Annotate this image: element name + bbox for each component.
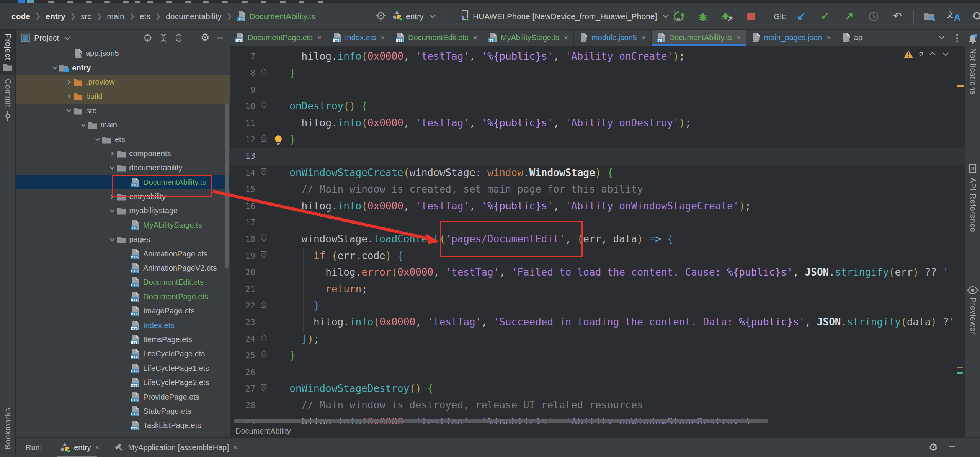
breadcrumb-item[interactable]: src [81,12,91,21]
device-file-browser-button[interactable] [919,8,940,25]
history-clock-button[interactable] [863,8,884,25]
inspection-widget[interactable]: 2 [903,49,949,60]
horizontal-scrollbar[interactable] [234,419,768,423]
fold-marker-icon[interactable] [261,101,267,110]
chevron-down-icon[interactable] [64,35,71,41]
editor-tab-ap[interactable]: {..}ap [836,30,870,46]
tree-item-components[interactable]: components [16,147,230,161]
editor-tab-index-ets[interactable]: ETSIndex.ets× [327,30,390,46]
editor-tab-documentedit-ets[interactable]: ETSDocumentEdit.ets× [390,30,483,46]
push-button[interactable]: ↗ [839,8,860,25]
breadcrumb-item[interactable]: code [11,12,30,21]
tree-item-myabilitystage-ts[interactable]: TSMyAbilityStage.ts [16,218,230,232]
project-tree-scrollbar[interactable] [225,103,229,268]
tree-item-statepage-ets[interactable]: ETSStatePage.ets [16,404,230,418]
rerun-button[interactable] [668,8,689,25]
tool-stripe-bookmarks[interactable]: Bookmarks [0,404,15,453]
code-editor[interactable]: 7 hilog.info(0x0000, 'testTag', '%{publi… [230,46,965,424]
tree-chevron-icon[interactable] [51,65,59,71]
editor-tab-main-pages-json[interactable]: {..}main_pages.json× [746,30,836,46]
tree-item-documentability[interactable]: documentability [16,161,230,175]
tree-chevron-icon[interactable] [79,122,88,128]
collapse-all-button[interactable] [174,33,183,43]
tree-item-main[interactable]: main [16,118,230,132]
tab-close-icon[interactable]: × [473,33,478,43]
fold-marker-icon[interactable] [261,301,267,310]
tree-item-imagepage-ets[interactable]: ETSImagePage.ets [16,304,230,318]
run-tab-myapplication-assemblehap-[interactable]: MyApplication [assembleHap]× [107,438,245,457]
tree-item-tasklistpage-ets[interactable]: ETSTaskListPage.ets [16,418,230,433]
editor-tab-myabilitystage-ts[interactable]: TSMyAbilityStage.ts× [483,30,574,46]
tab-close-icon[interactable]: × [95,442,100,452]
target-icon[interactable] [375,10,387,23]
more-options-icon[interactable]: ⋮ [952,33,962,43]
rollback-button[interactable]: ↶ [887,8,908,25]
tree-chevron-icon[interactable] [108,165,116,171]
translate-button[interactable]: 文A [943,8,964,25]
editor-tab-documentpage-ets[interactable]: ETSDocumentPage.ets× [230,30,327,46]
hide-button[interactable] [216,34,224,42]
tree-item-documentpage-ets[interactable]: ETSDocumentPage.ets [16,290,230,304]
fold-marker-icon[interactable] [261,384,267,393]
fold-marker-icon[interactable] [261,351,267,359]
tree-item-ets[interactable]: ets [16,132,230,146]
breadcrumb-item[interactable]: ets [140,12,150,21]
tree-item-itemspage-ets[interactable]: ETSItemsPage.ets [16,333,230,347]
tab-close-icon[interactable]: × [564,33,568,43]
tree-chevron-icon[interactable] [65,79,73,85]
tab-close-icon[interactable]: × [317,33,322,43]
hidden-tabs-chevron-icon[interactable] [938,34,946,42]
tab-close-icon[interactable]: × [380,33,385,43]
tree-item-lifecyclepage1-ets[interactable]: ETSLifeCyclePage1.ets [16,361,230,375]
tree-chevron-icon[interactable] [65,93,73,100]
hide-icon[interactable] [948,442,956,452]
editor-breadcrumb-item[interactable]: DocumentAbility [235,427,291,436]
update-pull-button[interactable]: ↙ [791,8,812,25]
tree-chevron-icon[interactable] [108,237,116,243]
tool-stripe-commit[interactable]: Commit [0,75,15,125]
breadcrumb-item[interactable]: entry [46,12,65,21]
tool-stripe-notifications[interactable]: Notifications [965,30,980,99]
breadcrumb-item[interactable]: documentability [166,12,222,21]
settings-gear-icon[interactable]: ⚙ [929,442,938,453]
tree-item-entry[interactable]: entry [16,60,230,75]
device-select[interactable]: HUAWEI Phone [NewDevice_from_Huawei_Phon… [456,8,675,24]
tab-close-icon[interactable]: × [826,33,831,43]
tree-item-app-json5[interactable]: {..}app.json5 [16,46,230,60]
fold-marker-icon[interactable] [261,68,267,77]
tree-item-animationpagev2-ets[interactable]: ETSAnimationPageV2.ets [16,261,230,275]
tab-close-icon[interactable]: × [736,33,741,43]
tree-item--preview[interactable]: .preview [16,75,230,89]
intention-bulb-icon[interactable] [273,134,284,147]
stop-button[interactable] [740,8,762,25]
next-warning-icon[interactable] [942,51,949,59]
editor-tab-module-json5[interactable]: {..}module.json5× [574,30,652,46]
locate-button[interactable] [143,33,153,43]
fold-marker-icon[interactable] [261,251,267,260]
breadcrumb-item[interactable]: main [107,12,124,21]
commit-check-button[interactable]: ✓ [815,8,836,25]
tree-item-providepage-ets[interactable]: ETSProvidePage.ets [16,390,230,404]
tree-item-myabilitystage[interactable]: myabilitystage [16,204,230,218]
tree-chevron-icon[interactable] [108,150,116,157]
tree-item-build[interactable]: build [16,89,230,103]
prev-warning-icon[interactable] [929,51,936,59]
debug-button[interactable] [692,8,714,25]
settings-gear-button[interactable]: ⚙ [201,33,210,43]
fold-marker-icon[interactable] [261,168,267,177]
fold-marker-icon[interactable] [261,135,267,144]
tool-stripe-previewer[interactable]: Previewer [965,282,980,339]
tree-item-src[interactable]: src [16,104,230,118]
editor-tab-documentability-ts[interactable]: TSDocumentAbility.ts× [652,30,746,46]
tab-close-icon[interactable]: × [641,33,646,43]
expand-all-button[interactable] [159,33,168,43]
run-config-select[interactable]: entry [387,8,441,24]
attach-debugger-button[interactable] [716,8,738,25]
tree-item-documentedit-ets[interactable]: ETSDocumentEdit.ets [16,275,230,289]
tool-stripe-project[interactable]: Project [0,30,15,75]
tree-chevron-icon[interactable] [93,136,102,142]
fold-marker-icon[interactable] [261,334,267,343]
tree-chevron-icon[interactable] [65,108,73,114]
fold-marker-icon[interactable] [261,234,267,243]
breadcrumb-file[interactable]: TSDocumentAbility.ts [237,11,315,21]
